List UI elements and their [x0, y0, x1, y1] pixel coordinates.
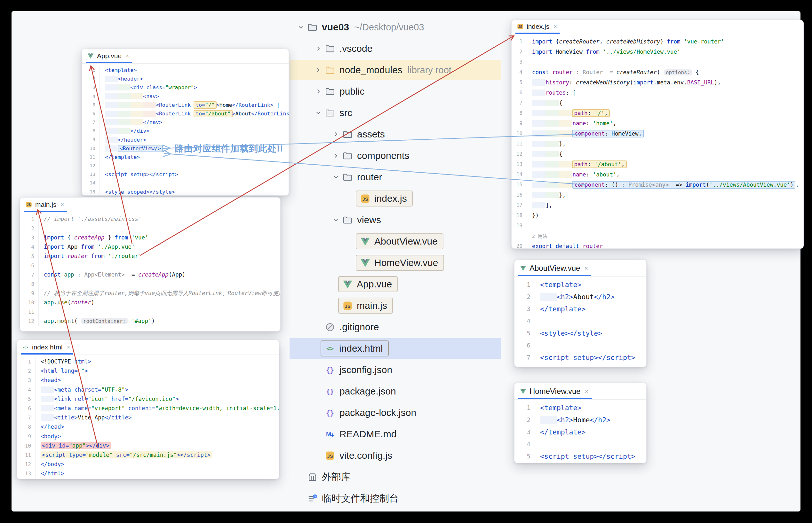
tree-item-node_modules[interactable]: node_moduleslibrary root	[290, 60, 501, 80]
chevron-down-icon[interactable]	[312, 109, 325, 117]
folder-icon	[342, 215, 353, 226]
tree-item-components[interactable]: components	[290, 145, 501, 166]
json-icon: {}	[325, 386, 335, 397]
tree-item-src[interactable]: src	[290, 103, 501, 123]
chevron-down-icon[interactable]	[330, 216, 342, 224]
tree-item-HomeView.vue[interactable]: HomeView.vue	[290, 253, 501, 273]
line-number: 18	[512, 210, 527, 221]
line-number: 9	[512, 118, 527, 128]
chevron-down-icon[interactable]	[294, 23, 307, 31]
chevron-right-icon[interactable]	[330, 151, 342, 160]
code-editor-App.vue[interactable]: 1<template>2 <header>3 <div class="wrapp…	[82, 64, 289, 196]
close-icon[interactable]: ×	[584, 265, 588, 272]
code-line: 2import HomeView from '../views/HomeView…	[512, 47, 804, 57]
vue-icon	[87, 52, 94, 59]
tree-item-label: .vscode	[340, 43, 373, 54]
close-icon[interactable]: ×	[553, 23, 557, 30]
line-number: 13	[512, 159, 527, 169]
editor-tab-router-index.js[interactable]: JSindex.js×	[515, 20, 560, 34]
tree-item-package.json[interactable]: {}package.json	[290, 381, 501, 401]
tree-item-views[interactable]: views	[290, 210, 501, 230]
line-number: 16	[512, 190, 527, 200]
code-text: <h2>Home</h2>	[535, 414, 646, 426]
tree-item-index.html[interactable]: <>index.html	[290, 338, 501, 359]
code-text: routes: [	[527, 88, 804, 98]
editor-tab-HomeView.vue[interactable]: HomeView.vue×	[518, 384, 592, 399]
code-line: 10 <RouterView/>	[82, 144, 289, 153]
line-number: 15	[82, 188, 100, 196]
code-text: path: '/about',	[527, 159, 804, 169]
code-line: 8	[20, 279, 280, 289]
tree-item-AboutView.vue[interactable]: AboutView.vue	[290, 231, 501, 252]
tree-item-label: index.js	[374, 193, 407, 204]
chevron-right-icon[interactable]	[312, 87, 325, 95]
code-text: </div>	[100, 127, 289, 135]
folder-icon	[342, 150, 353, 161]
tree-item-外部库[interactable]: 外部库	[290, 467, 501, 487]
tree-item-label: index.html	[339, 343, 383, 354]
code-line: 13</html>	[17, 469, 279, 478]
editor-tab-AboutView.vue[interactable]: AboutView.vue×	[518, 261, 591, 276]
code-line: 3import { createApp } from 'vue'	[20, 233, 280, 242]
tree-item-临时文件和控制台[interactable]: 临时文件和控制台	[290, 488, 501, 509]
code-line: 2 <h2>About</h2>	[515, 291, 646, 303]
tree-item-README.md[interactable]: MREADME.md	[290, 424, 501, 444]
svg-text:<>: <>	[326, 345, 334, 352]
tree-item-jsconfig.json[interactable]: {}jsconfig.json	[290, 360, 501, 380]
code-text: },	[527, 139, 804, 149]
tree-item-assets[interactable]: assets	[290, 124, 501, 144]
code-line: 1<template>	[515, 402, 646, 414]
code-line: 2 <h2>Home</h2>	[515, 414, 646, 426]
code-editor-index.html[interactable]: 1<!DOCTYPE html>2<html lang="">3<head>4 …	[17, 355, 279, 478]
folder-icon	[307, 22, 318, 33]
code-line: 5 <link rel="icon" href="/favicon.ico">	[17, 395, 279, 404]
close-icon[interactable]: ×	[67, 344, 70, 351]
close-icon[interactable]: ×	[61, 201, 64, 208]
js-icon: JS	[360, 193, 370, 204]
chevron-right-icon[interactable]	[312, 66, 325, 74]
code-text: <link rel="icon" href="/favicon.ico">	[35, 395, 279, 404]
chevron-right-icon[interactable]	[312, 44, 325, 53]
js-icon: JS	[25, 201, 32, 208]
tree-entry: 外部库	[307, 471, 351, 484]
code-editor-HomeView.vue[interactable]: 1<template>2 <h2>Home</h2>3</template>45…	[515, 400, 646, 463]
line-number: 4	[82, 92, 100, 101]
code-text: <html lang="">	[35, 366, 279, 376]
line-number: 9	[20, 289, 39, 298]
tree-item-public[interactable]: public	[290, 81, 501, 102]
tree-item-.vscode[interactable]: .vscode	[290, 38, 501, 59]
code-text: import {createRouter, createWebHistory} …	[527, 36, 804, 47]
tree-item-index.js[interactable]: JSindex.js	[290, 188, 501, 209]
code-editor-main.js[interactable]: 1// import './assets/main.css'23import {…	[20, 212, 280, 326]
editor-tab-App.vue[interactable]: App.vue×	[86, 49, 132, 63]
line-number: 8	[82, 127, 100, 135]
code-text: name: 'home',	[527, 118, 804, 128]
code-text: const router : Router = createRouter( op…	[527, 67, 804, 78]
line-number: 19	[512, 221, 527, 231]
tree-item-label: README.md	[340, 429, 396, 439]
svg-text:JS: JS	[362, 196, 368, 201]
code-line: 4 <meta charset="UTF-8">	[17, 385, 279, 395]
code-line: 7const app : App<Element> = createApp(Ap…	[20, 270, 280, 279]
code-text: <style scoped></style>	[100, 188, 289, 196]
tree-item-App.vue[interactable]: App.vue	[290, 274, 501, 294]
code-editor-router-index.js[interactable]: 1import {createRouter, createWebHistory}…	[512, 34, 804, 249]
line-number: 12	[20, 317, 39, 326]
tree-item-vite.config.js[interactable]: JSvite.config.js	[290, 445, 501, 466]
tree-item-router[interactable]: router	[290, 167, 501, 187]
tree-item-main.js[interactable]: JSmain.js	[290, 295, 501, 316]
tree-item-.gitignore[interactable]: .gitignore	[290, 317, 501, 337]
line-number: 3	[17, 376, 35, 385]
chevron-right-icon[interactable]	[330, 130, 342, 139]
editor-tab-index.html[interactable]: <>index.html×	[21, 341, 73, 355]
chevron-down-icon[interactable]	[330, 173, 342, 181]
tree-item-vue03[interactable]: vue03~/Desktop/vue03	[290, 17, 501, 37]
code-line: 7 <title>Vite App</title>	[17, 413, 279, 422]
editor-tab-main.js[interactable]: JSmain.js×	[24, 198, 67, 212]
code-editor-AboutView.vue[interactable]: 1<template>2 <h2>About</h2>3</template>4…	[515, 276, 646, 364]
close-icon[interactable]: ×	[585, 388, 589, 395]
line-number: 1	[512, 36, 527, 47]
code-line: 11	[20, 307, 280, 317]
close-icon[interactable]: ×	[126, 53, 129, 59]
tree-item-package-lock.json[interactable]: {}package-lock.json	[290, 402, 501, 423]
